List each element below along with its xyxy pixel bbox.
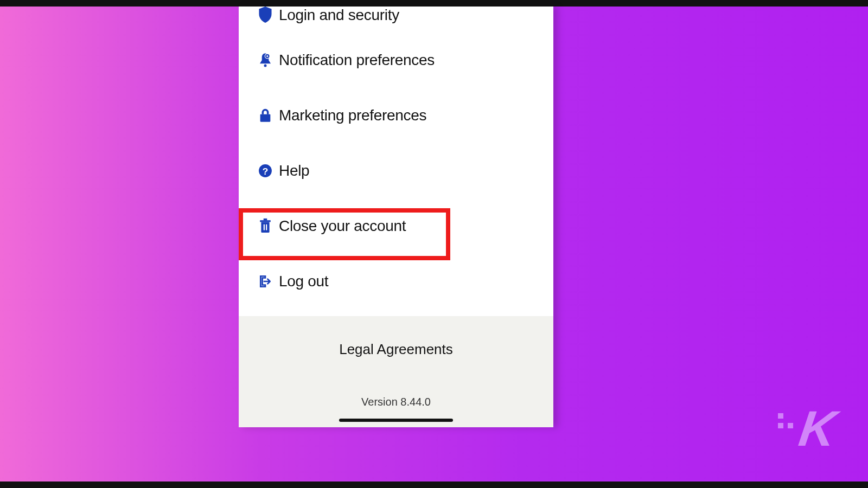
- trash-icon: [252, 218, 279, 234]
- watermark-dots: [778, 413, 793, 428]
- menu-item-label: Notification preferences: [279, 52, 435, 69]
- menu-item-label: Marketing preferences: [279, 107, 426, 124]
- settings-footer: Legal Agreements Version 8.44.0: [239, 316, 553, 427]
- help-circle-icon: ?: [252, 164, 279, 178]
- svg-point-3: [266, 55, 268, 57]
- bell-gear-icon: [252, 52, 279, 68]
- watermark-letter: K: [796, 409, 838, 449]
- legal-agreements-link[interactable]: Legal Agreements: [339, 341, 453, 358]
- shield-icon: [252, 7, 279, 23]
- lock-icon: [252, 108, 279, 123]
- logout-icon: [252, 274, 279, 288]
- menu-item-close-account[interactable]: Close your account: [239, 198, 553, 254]
- background-gradient: Login and security Notification preferen…: [0, 0, 868, 488]
- menu-item-marketing-preferences[interactable]: Marketing preferences: [239, 88, 553, 143]
- menu-item-label: Login and security: [279, 7, 399, 24]
- menu-item-label: Close your account: [279, 217, 406, 235]
- svg-text:?: ?: [263, 166, 269, 177]
- menu-item-help[interactable]: ? Help: [239, 143, 553, 198]
- svg-point-0: [264, 65, 267, 67]
- svg-rect-10: [264, 224, 265, 230]
- watermark-logo: K: [778, 409, 835, 449]
- svg-rect-8: [260, 220, 271, 222]
- svg-rect-11: [266, 224, 267, 230]
- menu-item-logout[interactable]: Log out: [239, 254, 553, 309]
- menu-item-notification-preferences[interactable]: Notification preferences: [239, 33, 553, 88]
- app-version-label: Version 8.44.0: [361, 396, 431, 408]
- svg-rect-7: [261, 222, 269, 233]
- home-indicator[interactable]: [339, 419, 453, 422]
- settings-menu: Login and security Notification preferen…: [239, 7, 553, 309]
- menu-item-label: Log out: [279, 273, 328, 290]
- svg-rect-4: [260, 114, 271, 122]
- menu-item-login-security[interactable]: Login and security: [239, 7, 553, 33]
- svg-rect-9: [264, 219, 267, 220]
- phone-screen: Login and security Notification preferen…: [239, 7, 553, 427]
- menu-item-label: Help: [279, 162, 309, 179]
